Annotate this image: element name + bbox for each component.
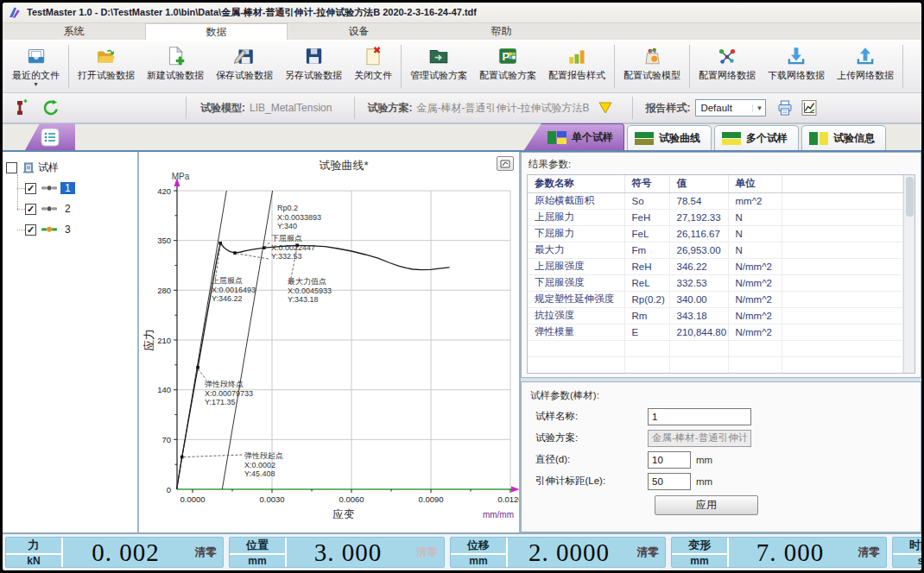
printer-icon (775, 98, 795, 118)
refresh-icon (41, 98, 61, 118)
new-test-data-button[interactable]: 新建试验数据 (141, 42, 210, 91)
scheme-warning-dropdown-icon[interactable] (598, 101, 613, 115)
specimen-icon (41, 184, 57, 192)
x-tick-labels: 0.0000 0.0030 0.0060 0.0090 0.0120 (180, 494, 519, 504)
upload-network-data-button[interactable]: 上传网络数据 (831, 42, 900, 91)
specimen-icon (41, 225, 57, 234)
force-unit: kN (6, 555, 61, 567)
result-tabs: 单个试样 试验曲线 多个试样 试验信息 (524, 123, 889, 150)
toolbar-divider (401, 45, 402, 88)
table-row[interactable]: 上屈服力FeH27,192.33N (528, 209, 903, 225)
svg-text:210: 210 (157, 336, 171, 345)
menu-help[interactable]: 帮助 (430, 23, 573, 40)
deformation-label: 变形 (672, 538, 727, 555)
specimen-2-label: 2 (60, 203, 75, 215)
tab-multi-specimen[interactable]: 多个试样 (714, 125, 799, 150)
diameter-input[interactable] (648, 451, 691, 469)
close-file-icon (362, 45, 384, 67)
specimen-name-input[interactable] (648, 408, 751, 425)
download-network-data-button[interactable]: 下载网络数据 (762, 42, 831, 91)
table-row[interactable]: 原始横截面积So78.54mm^2 (528, 192, 903, 209)
table-row[interactable]: 最大力Fm26,953.00N (528, 242, 903, 258)
close-file-button[interactable]: 关闭文件 (348, 42, 398, 91)
force-clear-button[interactable]: 清零 (188, 538, 223, 567)
x-axis-unit: mm/mm (483, 510, 514, 519)
refresh-button[interactable] (39, 96, 63, 120)
single-specimen-icon (547, 131, 566, 144)
root-checkbox[interactable] (6, 162, 17, 173)
displacement-unit: mm (451, 555, 506, 567)
table-row[interactable]: 下屈服力FeL26,116.67N (528, 225, 903, 242)
displacement-clear-button[interactable]: 清零 (630, 538, 665, 567)
specimen-1-label: 1 (60, 182, 75, 194)
tree-item-specimen-2[interactable]: ✓ 2 (15, 198, 134, 219)
toolbar-divider (186, 97, 187, 119)
time-label: 时间 (893, 538, 921, 555)
tree-item-specimen-1[interactable]: ✓ 1 (15, 178, 134, 198)
results-scrollbar[interactable] (903, 175, 915, 373)
new-file-icon (164, 45, 187, 67)
chart-maximize-button[interactable] (497, 156, 514, 171)
add-specimen-button[interactable] (8, 96, 32, 120)
title-bar: TestMaster 1.0 - D:\TestMaster 1.0\bin\D… (3, 3, 921, 23)
apply-button[interactable]: 应用 (655, 495, 758, 515)
maximize-chart-icon (500, 160, 510, 168)
recent-files-icon (25, 45, 47, 67)
grid (177, 191, 510, 489)
report-chart-icon (799, 98, 820, 118)
tab-test-curve[interactable]: 试验曲线 (627, 125, 712, 150)
manage-test-scheme-button[interactable]: 管理试验方案 (404, 42, 473, 91)
menu-system[interactable]: 系统 (3, 23, 145, 40)
tab-test-info[interactable]: 试验信息 (801, 125, 886, 150)
table-row-empty (528, 356, 903, 373)
svg-text:0.0120: 0.0120 (497, 494, 519, 504)
report-style-select[interactable]: Default ▼ (695, 99, 766, 116)
save-as-test-data-button[interactable]: 另存试验数据 (279, 42, 348, 91)
menu-data[interactable]: 数据 (145, 23, 288, 40)
position-unit: mm (230, 555, 285, 567)
test-info-icon (809, 132, 828, 145)
specimen-1-checkbox[interactable]: ✓ (25, 183, 36, 194)
deformation-value: 7. 000 (729, 538, 851, 567)
tree-panel-tab[interactable] (25, 123, 75, 150)
config-network-data-button[interactable]: 配置网络数据 (693, 42, 762, 91)
annotation-lower-yield: 下屈服点X:0.0022447Y:332.53 (271, 234, 315, 261)
table-row[interactable]: 弹性模量E210,844.80N/mm^2 (528, 324, 903, 340)
time-unit: s (893, 555, 921, 567)
deformation-clear-button[interactable]: 清零 (851, 538, 886, 567)
menu-device[interactable]: 设备 (288, 23, 430, 40)
tree-root[interactable]: 试样 (6, 157, 134, 178)
open-folder-icon (95, 45, 117, 67)
model-value: LIB_MetalTension (250, 102, 332, 114)
diameter-unit: mm (696, 455, 712, 465)
recent-files-button[interactable]: 最近的文件 ▼ (6, 42, 66, 91)
config-test-scheme-button[interactable]: P 配置试验方案 (473, 42, 542, 91)
config-test-model-button[interactable]: 配置试验模型 (617, 42, 687, 91)
table-row[interactable]: 下屈服强度ReL332.53N/mm^2 (528, 274, 903, 291)
specimen-2-checkbox[interactable]: ✓ (25, 204, 36, 215)
config-report-style-button[interactable]: 配置报告样式 (542, 42, 611, 91)
network-icon (716, 45, 738, 67)
gauge-length-label: 引伸计标距(Le): (528, 475, 648, 488)
table-row-empty (528, 340, 903, 356)
table-row[interactable]: 规定塑性延伸强度Rp(0.2)340.00N/mm^2 (528, 291, 903, 307)
specimen-3-checkbox[interactable]: ✓ (25, 224, 36, 236)
table-row[interactable]: 上屈服强度ReH346.22N/mm^2 (528, 258, 903, 274)
chart-annotations: Rp0.2X:0.0033893Y:340 下屈服点X:0.0022447Y:3… (205, 204, 332, 478)
position-clear-button[interactable]: 清零 (409, 538, 444, 567)
toolbar-divider (68, 45, 69, 88)
tab-single-specimen[interactable]: 单个试样 (524, 123, 624, 150)
tree-item-specimen-3[interactable]: ✓ 3 (15, 219, 134, 240)
results-table: 参数名称符号 值单位 原始横截面积So78.54mm^2 上屈服力FeH27,1… (528, 175, 903, 373)
open-test-data-button[interactable]: 打开试验数据 (72, 42, 141, 91)
table-row[interactable]: 抗拉强度Rm343.18N/mm^2 (528, 307, 903, 324)
svg-text:0: 0 (167, 485, 171, 494)
print-report-button[interactable] (773, 96, 797, 120)
force-label: 力 (6, 538, 61, 555)
preview-report-button[interactable] (797, 96, 821, 120)
status-bar: 力 kN 0. 002 清零 位置 mm 3. 000 清零 位移 mm 2. … (3, 532, 921, 570)
save-test-data-button[interactable]: 保存试验数据 (210, 42, 279, 91)
gauge-length-input[interactable] (648, 473, 691, 490)
svg-text:0.0060: 0.0060 (339, 494, 364, 504)
y-tick-labels: 420 350 280 210 140 70 0 (157, 186, 171, 494)
